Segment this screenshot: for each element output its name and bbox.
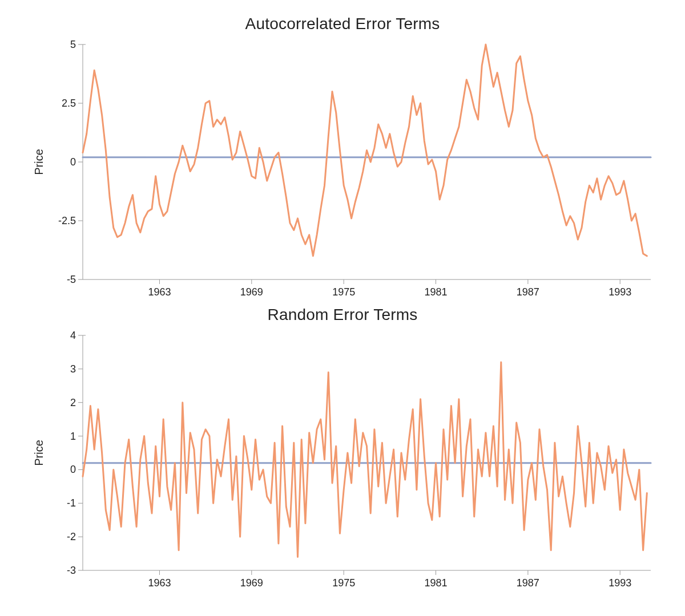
svg-text:Price: Price — [33, 149, 45, 175]
svg-text:1975: 1975 — [332, 577, 355, 589]
plot-area: -5-2.502.55Price196319691975198119871993 — [23, 39, 662, 302]
chart-autocorrelated: Autocorrelated Error Terms -5-2.502.55Pr… — [23, 11, 662, 302]
svg-text:1969: 1969 — [240, 286, 263, 298]
svg-text:1963: 1963 — [148, 577, 171, 589]
svg-text:0: 0 — [70, 464, 76, 475]
svg-text:1993: 1993 — [609, 577, 631, 589]
chart-title: Random Error Terms — [268, 306, 418, 324]
svg-text:4: 4 — [70, 330, 76, 341]
svg-text:2.5: 2.5 — [62, 98, 76, 109]
svg-text:-2: -2 — [67, 531, 76, 542]
plot-area: -3-2-101234Price196319691975198119871993 — [23, 330, 662, 593]
svg-text:-2.5: -2.5 — [58, 215, 76, 226]
svg-text:1975: 1975 — [332, 286, 355, 298]
svg-text:1981: 1981 — [424, 286, 447, 298]
svg-text:1981: 1981 — [424, 577, 447, 589]
svg-text:5: 5 — [70, 39, 76, 50]
svg-text:1969: 1969 — [240, 577, 263, 589]
svg-text:1987: 1987 — [517, 577, 539, 589]
svg-text:-3: -3 — [67, 565, 76, 576]
line-chart: -5-2.502.55Price196319691975198119871993 — [23, 39, 662, 302]
line-chart: -3-2-101234Price196319691975198119871993 — [23, 330, 662, 593]
svg-text:1: 1 — [70, 431, 76, 442]
svg-text:3: 3 — [70, 363, 76, 375]
svg-text:-5: -5 — [67, 274, 76, 285]
svg-text:2: 2 — [70, 397, 76, 408]
svg-text:Price: Price — [33, 440, 45, 466]
svg-text:1987: 1987 — [517, 286, 539, 298]
chart-random: Random Error Terms -3-2-101234Price19631… — [23, 302, 662, 593]
chart-title: Autocorrelated Error Terms — [245, 15, 440, 33]
charts-page: Autocorrelated Error Terms -5-2.502.55Pr… — [0, 0, 685, 616]
svg-text:1963: 1963 — [148, 286, 171, 298]
svg-text:0: 0 — [70, 156, 76, 168]
svg-text:-1: -1 — [67, 497, 76, 509]
svg-text:1993: 1993 — [609, 286, 631, 298]
